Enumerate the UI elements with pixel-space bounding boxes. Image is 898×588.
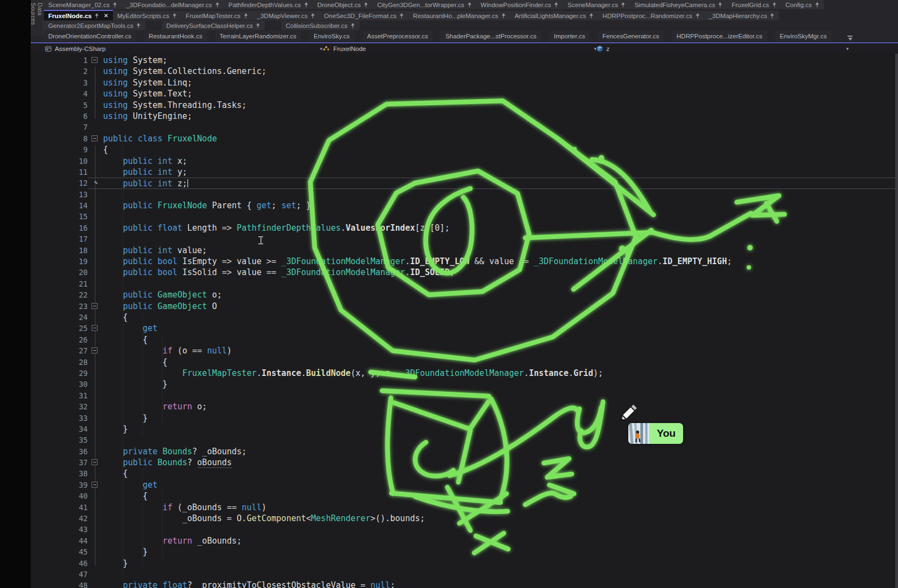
fold-margin[interactable]: − — [88, 55, 103, 66]
collapse-icon[interactable]: − — [92, 459, 98, 465]
document-tab[interactable]: HDRPPostproc...Randomizer.cs ✕ — [598, 11, 704, 20]
document-tab[interactable]: HDRPPostproce...izerEditor.cs ✕ — [672, 31, 767, 42]
pin-icon[interactable] — [243, 13, 248, 19]
document-tab[interactable]: CollisionSubscriber.cs ✕ — [281, 21, 360, 30]
code-line-46[interactable]: 46 } — [31, 558, 898, 569]
pin-icon[interactable] — [621, 2, 626, 8]
document-tab[interactable]: RestaurantHook.cs ✕ — [144, 31, 207, 42]
code-line-43[interactable]: 43 — [31, 524, 898, 535]
code-line-31[interactable]: 31 — [31, 390, 898, 401]
code-line-38[interactable]: 38 { — [31, 468, 898, 479]
pin-icon[interactable] — [136, 23, 141, 28]
code-line-16[interactable]: 16 public float Length => PathfinderDept… — [31, 222, 898, 233]
code-line-39[interactable]: 39− get — [31, 479, 898, 490]
document-tab[interactable]: MyEditorScripts.cs ✕ — [113, 11, 181, 20]
pin-icon[interactable] — [255, 23, 260, 28]
pin-icon[interactable] — [363, 2, 368, 8]
close-icon[interactable]: ✕ — [102, 13, 108, 19]
fold-margin[interactable]: − — [88, 479, 103, 490]
chevron-down-icon[interactable]: ▾ — [846, 46, 849, 52]
document-tab[interactable]: _3DMapViewer.cs ✕ — [253, 11, 320, 20]
code-line-29[interactable]: 29 FruxelMapTester.Instance.BuildNode(x,… — [31, 368, 898, 379]
fold-margin[interactable]: − — [88, 323, 103, 334]
code-line-23[interactable]: 23− public GameObject O — [31, 301, 898, 312]
code-line-27[interactable]: 27− if (o == null) — [31, 345, 898, 356]
code-line-37[interactable]: 37− public Bounds? oBounds — [31, 457, 898, 468]
document-tab[interactable]: Generator2ExportMapTools.cs ✕ — [44, 21, 145, 30]
code-line-30[interactable]: 30 } — [31, 379, 898, 390]
document-tab[interactable]: ShaderPackage...stProcessor.cs ✕ — [441, 31, 541, 42]
document-tab[interactable]: EnviroSkyMgr.cs ✕ — [775, 31, 831, 42]
pin-icon[interactable] — [695, 13, 700, 19]
fold-margin[interactable]: − — [88, 133, 103, 144]
document-tab[interactable]: FencesGenerator.cs ✕ — [598, 31, 664, 42]
code-line-25[interactable]: 25− get — [31, 323, 898, 334]
pin-icon[interactable] — [304, 2, 309, 8]
document-tab[interactable]: RestaurantHo...pleManager.cs ✕ — [408, 11, 510, 20]
hidden-tabs-overflow-icon[interactable] — [847, 35, 853, 42]
code-line-6[interactable]: 6using UnityEngine; — [31, 111, 898, 122]
code-line-20[interactable]: 20 public bool IsSolid => value == _3DFo… — [31, 267, 898, 278]
pin-icon[interactable] — [718, 2, 723, 8]
pin-icon[interactable] — [172, 13, 177, 19]
data-sources-panel-tab[interactable]: Data Sources — [31, 0, 43, 36]
code-line-24[interactable]: 24 { — [31, 312, 898, 323]
code-line-36[interactable]: 36 private Bounds? _oBounds; — [31, 446, 898, 457]
document-tab[interactable]: _3DMapHierarchy.cs ✕ — [704, 11, 780, 20]
collapse-icon[interactable]: − — [92, 482, 98, 488]
document-tab[interactable]: SceneManager_02.cs ✕ — [44, 0, 122, 9]
document-tab[interactable]: ArtificialLightsManager.cs ✕ — [510, 11, 598, 20]
fold-margin[interactable]: − — [88, 457, 103, 468]
document-tab[interactable]: FruxelMapTester.cs ✕ — [181, 11, 253, 20]
pin-icon[interactable] — [310, 13, 315, 19]
document-tab[interactable]: _3DFoundatio...delManager.cs ✕ — [122, 0, 224, 9]
code-line-8[interactable]: 8−public class FruxelNode — [31, 133, 898, 144]
code-line-48[interactable]: 48 private float? _proximityToClosestObs… — [31, 580, 898, 588]
breadcrumb-project[interactable]: Assembly-CSharp ▾ — [45, 45, 322, 52]
pin-icon[interactable] — [350, 23, 355, 28]
code-line-17[interactable]: 17 — [31, 233, 898, 244]
code-line-11[interactable]: 11 public int y; — [31, 167, 898, 178]
document-tab[interactable]: EnviroSky.cs ✕ — [309, 31, 354, 42]
code-line-15[interactable]: 15 — [31, 211, 898, 222]
code-line-4[interactable]: 4using System.Text; — [31, 88, 898, 99]
pin-icon[interactable] — [589, 13, 594, 19]
code-line-40[interactable]: 40 { — [31, 490, 898, 501]
code-line-47[interactable]: 47 — [31, 569, 898, 580]
collapse-icon[interactable]: − — [92, 347, 98, 353]
code-line-19[interactable]: 19 public bool IsEmpty => value >= _3DFo… — [31, 256, 898, 267]
code-line-26[interactable]: 26 { — [31, 334, 898, 345]
code-line-18[interactable]: 18 public int value; — [31, 245, 898, 256]
document-tab[interactable]: CityGen3DGen...torWrapper.cs ✕ — [373, 0, 476, 9]
pin-icon[interactable] — [770, 13, 775, 19]
fold-margin[interactable]: − — [88, 345, 103, 356]
code-line-5[interactable]: 5using System.Threading.Tasks; — [31, 100, 898, 111]
pin-icon[interactable] — [772, 2, 777, 8]
code-line-2[interactable]: 2using System.Collections.Generic; — [31, 66, 898, 77]
pin-icon[interactable] — [467, 2, 472, 8]
code-line-14[interactable]: 14 public FruxelNode Parent { get; set; … — [31, 200, 898, 211]
code-line-44[interactable]: 44 return _oBounds; — [31, 535, 898, 546]
collapse-icon[interactable]: − — [92, 325, 98, 331]
document-tab[interactable]: TerrainLayerRandomizer.cs ✕ — [215, 31, 301, 42]
code-line-33[interactable]: 33 } — [31, 413, 898, 424]
collapse-icon[interactable]: − — [92, 303, 98, 309]
vertical-scrollbar[interactable] — [895, 54, 898, 588]
document-tab[interactable]: Importer.cs ✕ — [549, 31, 589, 42]
pin-icon[interactable] — [112, 2, 117, 8]
code-line-35[interactable]: 35 — [31, 435, 898, 446]
code-line-28[interactable]: 28 { — [31, 357, 898, 368]
collapse-icon[interactable]: − — [92, 135, 98, 141]
breadcrumb-member[interactable]: z ▾ — [596, 45, 898, 52]
code-line-41[interactable]: 41 if (_oBounds == null) — [31, 502, 898, 513]
code-line-32[interactable]: 32 return o; — [31, 401, 898, 412]
code-line-21[interactable]: 21 — [31, 278, 898, 289]
document-tab[interactable]: FruxelNode.cs ✕ — [44, 10, 113, 20]
code-line-42[interactable]: 42 _oBounds = O.GetComponent<MeshRendere… — [31, 513, 898, 524]
pin-icon[interactable] — [815, 2, 820, 8]
collapse-icon[interactable]: − — [92, 57, 98, 63]
code-line-9[interactable]: 9{ — [31, 144, 898, 155]
pin-icon[interactable] — [554, 2, 559, 8]
code-editor[interactable]: 1−using System;2using System.Collections… — [31, 54, 898, 588]
pin-icon[interactable] — [399, 13, 404, 19]
